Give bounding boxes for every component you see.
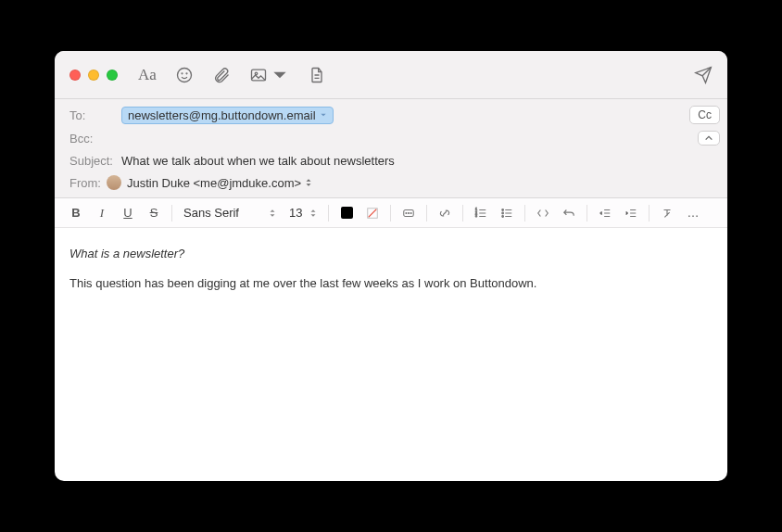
subject-value: What we talk about when we talk about ne…	[121, 154, 395, 168]
traffic-lights	[69, 70, 118, 81]
strikethrough-button[interactable]: S	[142, 203, 166, 223]
undo-button[interactable]	[557, 203, 581, 223]
outdent-button[interactable]	[593, 203, 617, 223]
toolbar-icons: Aa	[138, 66, 326, 84]
collapse-headers-button[interactable]	[698, 131, 720, 146]
body-line-1: What is a newsletter?	[69, 245, 713, 263]
subject-label: Subject:	[69, 154, 121, 168]
message-body[interactable]: What is a newsletter? This question has …	[55, 228, 727, 481]
bcc-row[interactable]: Bcc:	[69, 127, 720, 149]
send-icon[interactable]	[694, 66, 713, 84]
from-label: From:	[69, 176, 107, 190]
svg-point-15	[502, 215, 504, 217]
svg-point-13	[502, 209, 504, 210]
font-family-select[interactable]: Sans Serif	[178, 203, 282, 223]
divider	[328, 205, 329, 222]
font-size-value: 13	[289, 206, 302, 220]
insert-image-icon[interactable]	[249, 66, 289, 84]
indent-button[interactable]	[619, 203, 643, 223]
updown-icon	[269, 209, 276, 218]
updown-icon	[309, 209, 317, 218]
svg-point-9	[410, 212, 411, 213]
bcc-label: Bcc:	[69, 132, 121, 146]
to-recipient-text: newsletters@mg.buttondown.email	[128, 108, 316, 122]
minimize-window-button[interactable]	[88, 70, 99, 81]
text-color-button[interactable]	[334, 203, 359, 223]
italic-button[interactable]: I	[90, 203, 114, 223]
font-size-select[interactable]: 13	[284, 203, 322, 223]
ordered-list-button[interactable]: 123	[469, 203, 493, 223]
bold-button[interactable]: B	[64, 203, 88, 223]
close-window-button[interactable]	[69, 70, 81, 81]
titlebar: Aa	[55, 51, 727, 99]
zoom-window-button[interactable]	[107, 70, 118, 81]
divider	[586, 205, 587, 222]
more-format-button[interactable]: …	[681, 203, 705, 223]
svg-point-7	[406, 212, 407, 213]
svg-point-8	[408, 212, 409, 213]
from-value: Justin Duke <me@jmduke.com>	[127, 176, 301, 190]
subject-row[interactable]: Subject: What we talk about when we talk…	[69, 149, 720, 171]
divider	[524, 205, 525, 222]
quote-button[interactable]	[397, 203, 421, 223]
underline-button[interactable]: U	[116, 203, 140, 223]
to-row[interactable]: To: newsletters@mg.buttondown.email Cc	[69, 103, 720, 127]
divider	[426, 205, 427, 222]
divider	[649, 205, 650, 222]
from-selector-icon[interactable]	[305, 178, 312, 187]
highlight-color-button[interactable]	[360, 203, 385, 223]
chevron-down-icon	[320, 111, 327, 119]
font-family-value: Sans Serif	[183, 206, 239, 220]
headers-area: To: newsletters@mg.buttondown.email Cc B…	[55, 99, 727, 198]
font-style-icon[interactable]: Aa	[138, 66, 157, 84]
clear-format-button[interactable]	[655, 203, 679, 223]
svg-text:3: 3	[475, 214, 477, 218]
emoji-icon[interactable]	[175, 66, 194, 84]
compose-window: Aa To: newsletters@mg.buttondown.email	[55, 51, 727, 481]
from-row[interactable]: From: Justin Duke <me@jmduke.com>	[69, 171, 720, 194]
divider	[462, 205, 463, 222]
svg-point-14	[502, 212, 504, 214]
to-recipient-chip[interactable]: newsletters@mg.buttondown.email	[121, 107, 334, 124]
chevron-up-icon	[704, 133, 713, 143]
svg-point-1	[182, 72, 183, 73]
document-icon[interactable]	[308, 66, 326, 84]
attachment-icon[interactable]	[212, 66, 231, 84]
cc-button[interactable]: Cc	[689, 106, 720, 124]
from-avatar	[107, 175, 121, 190]
body-line-2: This question has been digging at me ove…	[69, 274, 713, 293]
link-button[interactable]	[433, 203, 457, 223]
code-button[interactable]	[531, 203, 555, 223]
format-toolbar: B I U S Sans Serif 13	[55, 198, 727, 228]
divider	[171, 205, 172, 222]
svg-point-0	[177, 68, 191, 82]
divider	[390, 205, 391, 222]
svg-point-2	[186, 72, 187, 73]
to-label: To:	[69, 108, 121, 122]
unordered-list-button[interactable]	[495, 203, 519, 223]
